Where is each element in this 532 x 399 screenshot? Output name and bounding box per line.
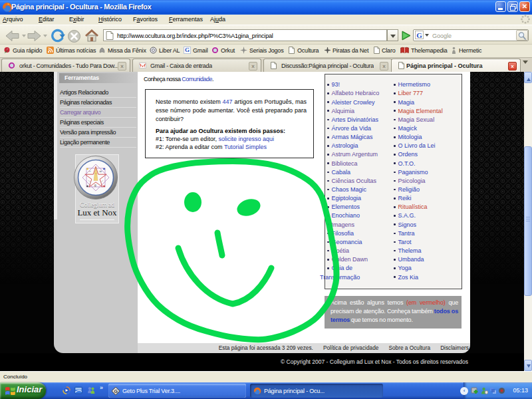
svg-text:G: G (114, 389, 118, 394)
